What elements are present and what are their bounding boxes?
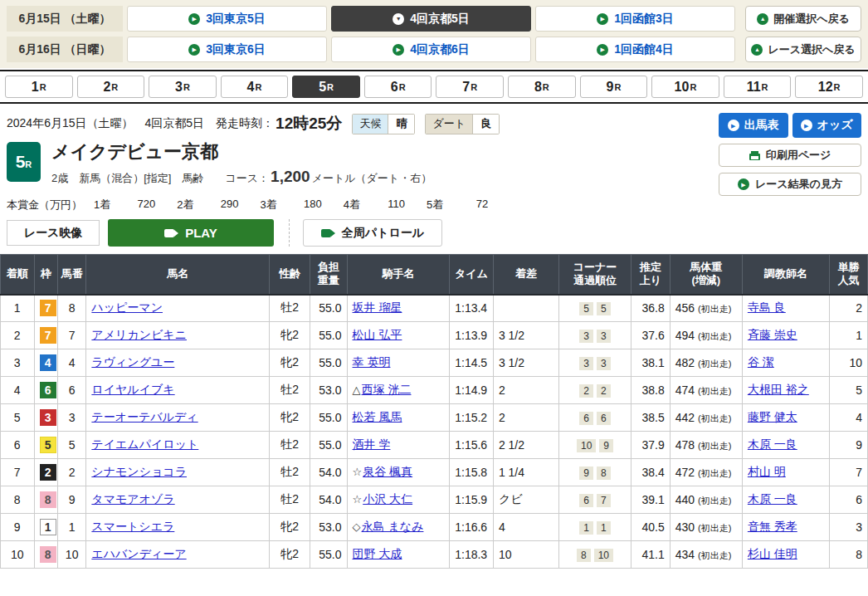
corner-positions: 98 bbox=[558, 459, 631, 486]
race-tab-1r[interactable]: 1R bbox=[5, 76, 73, 98]
finish-position: 2 bbox=[1, 322, 35, 349]
race-day-button[interactable]: ▶4回京都6日 bbox=[331, 37, 531, 62]
horse-number: 5 bbox=[57, 432, 85, 459]
horse-name-link[interactable]: エハバンディーア bbox=[91, 547, 186, 560]
race-tab-5r[interactable]: 5R bbox=[292, 76, 360, 98]
frame-cell: 7 bbox=[34, 322, 57, 349]
trainer-name-link[interactable]: 村山 明 bbox=[748, 465, 786, 478]
horse-weight: 494 bbox=[675, 329, 698, 342]
race-tab-10r[interactable]: 10R bbox=[651, 76, 719, 98]
trainer-name-link[interactable]: 谷 潔 bbox=[748, 355, 774, 369]
jockey-name-link[interactable]: 松若 風馬 bbox=[353, 410, 402, 423]
horse-name-link[interactable]: ラヴィングユー bbox=[91, 355, 174, 369]
sex-age: 牝2 bbox=[270, 322, 310, 349]
horse-name-link[interactable]: シナモンショコラ bbox=[91, 465, 187, 478]
race-day-button[interactable]: ▶3回東京6日 bbox=[127, 37, 327, 62]
trainer-cell: 杉山 佳明 bbox=[742, 541, 829, 569]
course-unit: メートル（ダート・右） bbox=[312, 171, 432, 186]
horse-name-link[interactable]: タマモアオゾラ bbox=[91, 492, 174, 506]
race-number-tabbar: 1R2R3R4R5R6R7R8R9R10R11R12R bbox=[0, 70, 868, 104]
entries-button[interactable]: ▶ 出馬表 bbox=[719, 113, 788, 138]
trainer-name-link[interactable]: 寺島 良 bbox=[748, 300, 786, 314]
sex-age: 牝2 bbox=[270, 514, 310, 541]
jockey-name-link[interactable]: 坂井 瑠星 bbox=[353, 300, 402, 314]
race-tab-12r[interactable]: 12R bbox=[795, 76, 863, 98]
horse-weight-cell: 434 (初出走) bbox=[670, 541, 742, 569]
horse-name-cell: テーオーテバルディ bbox=[86, 404, 270, 432]
jockey-name-link[interactable]: 西塚 洸二 bbox=[362, 383, 412, 396]
jockey-name-link[interactable]: 酒井 学 bbox=[353, 437, 391, 451]
trainer-name-link[interactable]: 斉藤 崇史 bbox=[748, 328, 797, 341]
patrol-video-button[interactable]: 全周パトロール bbox=[303, 219, 442, 247]
race-tab-2r[interactable]: 2R bbox=[77, 76, 145, 98]
jockey-name-link[interactable]: 泉谷 楓真 bbox=[363, 465, 412, 478]
horse-name-cell: アメリカンビキニ bbox=[86, 322, 270, 349]
corner-position: 3 bbox=[597, 330, 611, 343]
frame-cell: 8 bbox=[34, 486, 57, 514]
arrow-up-circle-icon: ▲ bbox=[751, 44, 763, 56]
trainer-name-link[interactable]: 大根田 裕之 bbox=[748, 383, 809, 396]
race-tab-number: 12 bbox=[818, 80, 833, 95]
race-tab-11r[interactable]: 11R bbox=[724, 76, 792, 98]
race-tab-3r[interactable]: 3R bbox=[149, 76, 217, 98]
odds-button[interactable]: ▶ オッズ bbox=[792, 113, 862, 138]
win-popularity: 10 bbox=[830, 349, 868, 377]
jockey-name-link[interactable]: 永島 まなみ bbox=[362, 520, 424, 533]
race-day-button[interactable]: ▶1回函館4日 bbox=[535, 37, 735, 62]
corner-positions: 66 bbox=[558, 404, 631, 432]
trainer-name-link[interactable]: 音無 秀孝 bbox=[748, 520, 797, 533]
horse-name-link[interactable]: テイエムパイロット bbox=[91, 437, 198, 451]
trainer-name-link[interactable]: 木原 一良 bbox=[748, 492, 797, 506]
race-day-button[interactable]: ▶1回函館3日 bbox=[535, 6, 735, 32]
jockey-name-link[interactable]: 団野 大成 bbox=[353, 547, 402, 560]
finish-time: 1:15.9 bbox=[450, 486, 494, 514]
race-tab-number: 1 bbox=[32, 80, 39, 95]
frame-cell: 3 bbox=[34, 404, 57, 432]
horse-number: 10 bbox=[57, 541, 85, 569]
horse-name-link[interactable]: ロイヤルイブキ bbox=[91, 383, 174, 396]
trainer-name-link[interactable]: 木原 一良 bbox=[748, 437, 797, 451]
trainer-cell: 寺島 良 bbox=[742, 295, 829, 322]
race-day-button[interactable]: ▶3回東京5日 bbox=[127, 6, 327, 32]
race-tab-8r[interactable]: 8R bbox=[508, 76, 576, 98]
arrow-right-circle-icon: ▶ bbox=[728, 120, 739, 131]
print-page-label: 印刷用ページ bbox=[766, 148, 831, 163]
horse-name-link[interactable]: テーオーテバルディ bbox=[91, 410, 197, 423]
results-guide-button[interactable]: ▶ レース結果の見方 bbox=[719, 173, 861, 196]
finish-time: 1:15.2 bbox=[450, 404, 494, 432]
arrow-right-circle-icon: ▶ bbox=[738, 178, 749, 190]
horse-name-link[interactable]: ハッピーマン bbox=[91, 300, 163, 314]
back-to-race-select-button[interactable]: ▲ レース選択へ戻る bbox=[745, 37, 861, 62]
horse-name-link[interactable]: スマートシエラ bbox=[91, 520, 174, 533]
horse-name-link[interactable]: アメリカンビキニ bbox=[91, 328, 187, 341]
jockey-name-link[interactable]: 小沢 大仁 bbox=[363, 492, 412, 506]
horse-weight-cell: 494 (初出走) bbox=[670, 322, 742, 349]
win-popularity: 8 bbox=[830, 541, 868, 569]
trainer-name-link[interactable]: 杉山 佳明 bbox=[748, 547, 797, 560]
frame-cell: 8 bbox=[34, 541, 57, 569]
trainer-cell: 木原 一良 bbox=[742, 486, 829, 514]
margin: 2 bbox=[493, 377, 558, 404]
finish-position: 3 bbox=[1, 349, 35, 377]
race-day-label: 3回東京6日 bbox=[206, 42, 266, 57]
jockey-name-link[interactable]: 松山 弘平 bbox=[353, 328, 402, 341]
play-button[interactable]: PLAY bbox=[108, 219, 274, 247]
race-tab-7r[interactable]: 7R bbox=[436, 76, 504, 98]
last-3f-time: 38.4 bbox=[631, 459, 671, 486]
print-page-button[interactable]: 印刷用ページ bbox=[719, 144, 861, 167]
column-header: 性齢 bbox=[270, 255, 310, 295]
trainer-name-link[interactable]: 藤野 健太 bbox=[748, 410, 797, 423]
corner-position: 9 bbox=[579, 467, 593, 480]
schedule-date: 6月16日 （日曜） bbox=[7, 37, 123, 62]
load-weight: 55.0 bbox=[310, 432, 347, 459]
back-to-meeting-select-button[interactable]: ▲ 開催選択へ戻る bbox=[745, 6, 861, 32]
prize-amount: 290 bbox=[213, 198, 238, 213]
race-tab-6r[interactable]: 6R bbox=[364, 76, 432, 98]
table-row: 277アメリカンビキニ牝255.0松山 弘平1:13.93 1/23337.64… bbox=[1, 322, 868, 349]
load-weight: 55.0 bbox=[310, 541, 347, 569]
results-table: 着順枠馬番馬名性齢負担 重量騎手名タイム着差コーナー 通過順位推定 上り馬体重 … bbox=[0, 254, 868, 569]
jockey-name-link[interactable]: 幸 英明 bbox=[353, 355, 391, 369]
race-day-button[interactable]: ▼4回京都5日 bbox=[331, 6, 531, 32]
race-tab-4r[interactable]: 4R bbox=[221, 76, 289, 98]
race-tab-9r[interactable]: 9R bbox=[580, 76, 648, 98]
